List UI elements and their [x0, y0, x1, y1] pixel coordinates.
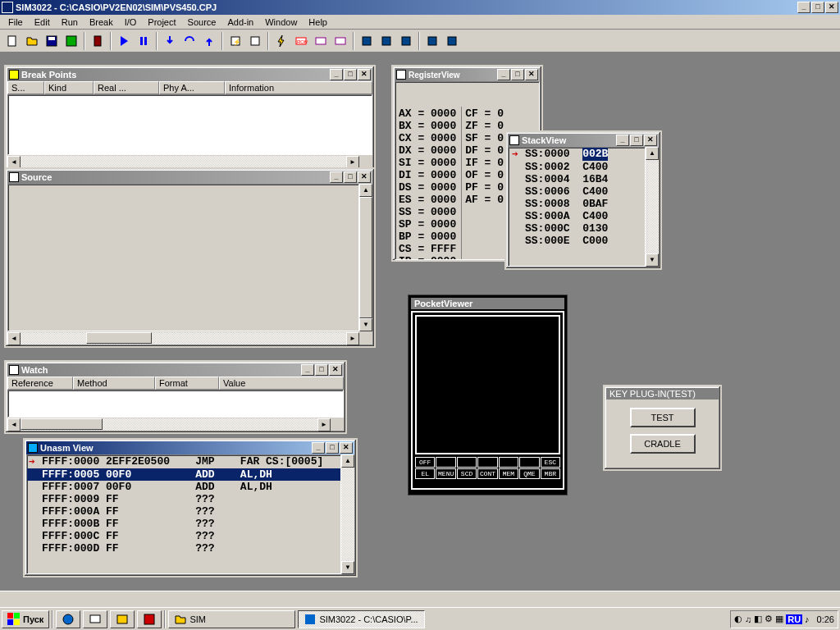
- ql-outlook-icon[interactable]: [110, 610, 135, 628]
- tool-wave2-icon[interactable]: [331, 32, 349, 50]
- unasm-list[interactable]: ➔FFFF:0000 2EFF2E0500 JMP FAR CS:[0005]F…: [26, 454, 341, 574]
- step-over-icon[interactable]: [180, 32, 199, 50]
- tool-lightning-icon[interactable]: [272, 32, 290, 50]
- stack-close-button[interactable]: ✕: [644, 135, 657, 146]
- tray-icon-2[interactable]: ♫: [745, 614, 751, 624]
- reg-close-button[interactable]: ✕: [525, 69, 538, 80]
- tray-icon-6[interactable]: ♪: [805, 614, 810, 624]
- menu-source[interactable]: Source: [183, 16, 221, 28]
- stack-list[interactable]: ➔SS:0000 002BSS:0002 C400SS:0004 16B4SS:…: [508, 147, 646, 267]
- cradle-button[interactable]: CRADLE: [630, 434, 696, 454]
- watch-min-button[interactable]: _: [301, 364, 314, 376]
- chip1-icon[interactable]: [358, 32, 376, 50]
- bp-max-button[interactable]: □: [344, 69, 357, 80]
- watch-col-ref[interactable]: Reference: [7, 377, 73, 390]
- pause-icon[interactable]: [135, 32, 153, 50]
- pv-btn-mem[interactable]: MEM: [499, 468, 518, 479]
- new-file-icon[interactable]: [3, 32, 21, 50]
- task-sim3022[interactable]: SIM3022 - C:\CASIO\P...: [298, 610, 425, 628]
- pv-btn-qme[interactable]: QME: [519, 468, 539, 479]
- bp-col-phy[interactable]: Phy A...: [159, 81, 225, 94]
- bp-scroll-h[interactable]: ◄►: [7, 155, 372, 168]
- stack-scroll-v[interactable]: ▲▼: [646, 147, 659, 267]
- menu-io[interactable]: I/O: [120, 16, 142, 28]
- menu-edit[interactable]: Edit: [30, 16, 55, 28]
- watch-close-button[interactable]: ✕: [329, 364, 342, 376]
- open-file-icon[interactable]: [23, 32, 41, 50]
- menu-break[interactable]: Break: [84, 16, 118, 28]
- menu-run[interactable]: Run: [57, 16, 83, 28]
- save-all-icon[interactable]: [62, 32, 80, 50]
- source-body[interactable]: [7, 184, 359, 331]
- start-button[interactable]: Пуск: [2, 610, 49, 628]
- menu-window[interactable]: Window: [260, 16, 302, 28]
- chip5-icon[interactable]: [443, 32, 461, 50]
- pv-btn-el[interactable]: EL: [415, 468, 435, 479]
- unasm-scroll-v[interactable]: ▲▼: [341, 454, 354, 574]
- tray-lang[interactable]: RU: [786, 614, 802, 624]
- ql-app-icon[interactable]: [137, 610, 162, 628]
- bp-col-kind[interactable]: Kind: [44, 81, 94, 94]
- pv-btn-menu[interactable]: MENU: [436, 468, 455, 479]
- save-icon[interactable]: [43, 32, 61, 50]
- pv-btn-cont[interactable]: CONT: [477, 468, 497, 479]
- watch-col-method[interactable]: Method: [73, 377, 155, 390]
- stack-max-button[interactable]: □: [630, 135, 643, 146]
- step-out-icon[interactable]: [200, 32, 218, 50]
- source-window[interactable]: Source _ □ ✕ ▲▼ ◄►: [4, 167, 376, 348]
- build-icon[interactable]: [89, 32, 107, 50]
- menu-help[interactable]: Help: [304, 16, 332, 28]
- pv-btn-b5[interactable]: [499, 457, 518, 468]
- src-scroll-h[interactable]: ◄►: [7, 331, 372, 345]
- bp-col-real[interactable]: Real ...: [94, 81, 159, 94]
- stack-min-button[interactable]: _: [616, 135, 629, 146]
- src-max-button[interactable]: □: [344, 171, 357, 183]
- task-sim-folder[interactable]: SIM: [168, 610, 295, 628]
- chip2-icon[interactable]: [377, 32, 395, 50]
- unasm-window[interactable]: Unasm View _ □ ✕ ➔FFFF:0000 2EFF2E0500 J…: [23, 438, 358, 578]
- watch-col-format[interactable]: Format: [155, 377, 219, 390]
- watch-list[interactable]: [7, 390, 344, 418]
- pocketviewer-window[interactable]: PocketViewer OFF ESC EL MENU SCD CONT ME…: [408, 294, 568, 495]
- minimize-button[interactable]: _: [797, 2, 810, 13]
- pv-btn-b3[interactable]: [457, 457, 477, 468]
- pv-btn-b4[interactable]: [477, 457, 497, 468]
- stack-window[interactable]: StackView _ □ ✕ ➔SS:0000 002BSS:0002 C40…: [504, 130, 662, 270]
- reg-max-button[interactable]: □: [511, 69, 524, 80]
- test-button[interactable]: TEST: [630, 408, 696, 427]
- watch-scroll-h[interactable]: ◄►: [7, 418, 344, 431]
- src-close-button[interactable]: ✕: [358, 171, 371, 183]
- unasm-min-button[interactable]: _: [312, 442, 325, 454]
- close-button[interactable]: ✕: [825, 2, 838, 13]
- chip3-icon[interactable]: [397, 32, 415, 50]
- bp-list[interactable]: [7, 94, 372, 155]
- bp-min-button[interactable]: _: [330, 69, 343, 80]
- menu-addin[interactable]: Add-in: [222, 16, 258, 28]
- bp-col-info[interactable]: Information: [225, 81, 372, 94]
- menu-project[interactable]: Project: [143, 16, 180, 28]
- keyplugin-window[interactable]: KEY PLUG-IN(TEST) TEST CRADLE: [603, 385, 722, 471]
- tray-icon-5[interactable]: ▦: [775, 614, 783, 624]
- reset-icon[interactable]: ⚡: [226, 32, 244, 50]
- pv-title[interactable]: PocketViewer: [411, 298, 564, 309]
- tray-icon-3[interactable]: ◧: [754, 614, 762, 624]
- tool-rom-icon[interactable]: ROM: [292, 32, 310, 50]
- src-scroll-v[interactable]: ▲▼: [359, 184, 372, 331]
- chip4-icon[interactable]: [423, 32, 441, 50]
- watch-col-value[interactable]: Value: [219, 377, 344, 390]
- tool-wave1-icon[interactable]: [312, 32, 330, 50]
- bp-col-s[interactable]: S...: [7, 81, 44, 94]
- keyplugin-title[interactable]: KEY PLUG-IN(TEST): [606, 388, 719, 399]
- ql-desktop-icon[interactable]: [83, 610, 107, 628]
- tray-icon-1[interactable]: ◐: [734, 614, 742, 624]
- pv-screen[interactable]: [415, 315, 560, 454]
- watch-max-button[interactable]: □: [315, 364, 328, 376]
- pv-btn-off[interactable]: OFF: [415, 457, 435, 468]
- src-min-button[interactable]: _: [330, 171, 343, 183]
- tray-clock[interactable]: 0:26: [817, 614, 834, 624]
- watch-window[interactable]: Watch _ □ ✕ Reference Method Format Valu…: [4, 360, 347, 434]
- step-into-icon[interactable]: [161, 32, 179, 50]
- pv-btn-scd[interactable]: SCD: [457, 468, 477, 479]
- pv-btn-b2[interactable]: [436, 457, 455, 468]
- pv-btn-esc[interactable]: ESC: [541, 457, 560, 468]
